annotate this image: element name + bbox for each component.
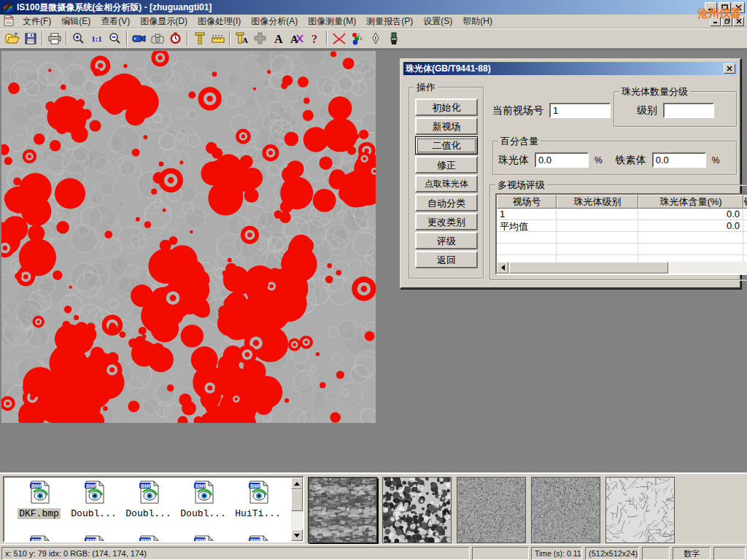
bmp-file-icon: BMP: [192, 496, 215, 506]
scroll-down-icon[interactable]: [291, 529, 303, 541]
file-item[interactable]: BMP: [12, 535, 66, 542]
ferrite-percent-input[interactable]: [652, 152, 706, 168]
timer-icon[interactable]: [166, 30, 185, 47]
metallographic-image[interactable]: [1, 51, 376, 423]
menu-item-image-processing[interactable]: 图像处理(I): [193, 14, 246, 29]
mdi-close-button[interactable]: [733, 17, 744, 26]
file-item[interactable]: BMP: [66, 535, 121, 542]
text-style-icon[interactable]: A: [287, 30, 306, 47]
svg-text:BMP: BMP: [141, 538, 152, 542]
file-name[interactable]: Doubl...: [69, 508, 117, 519]
change-class-button[interactable]: 更改类别: [415, 213, 478, 230]
minimize-button[interactable]: [705, 2, 717, 13]
table-hscrollbar[interactable]: [497, 262, 747, 273]
file-item[interactable]: BMP: [121, 535, 176, 542]
actual-size-icon[interactable]: 1:1: [88, 30, 106, 47]
text-icon[interactable]: A: [269, 30, 287, 47]
thumbnail-strip: [308, 477, 675, 543]
help-icon[interactable]: ?: [306, 30, 324, 47]
level-input[interactable]: [663, 103, 714, 118]
hscroll-thumb[interactable]: [509, 262, 668, 273]
open-icon[interactable]: [3, 30, 21, 47]
col-pearlite-level[interactable]: 珠光体级别: [557, 195, 638, 209]
pearlite-percent-input[interactable]: [535, 152, 589, 168]
thumbnail-1[interactable]: [308, 477, 377, 543]
menu-item-file[interactable]: 文件(F): [18, 14, 56, 29]
menu-item-help[interactable]: 帮助(H): [457, 14, 498, 29]
multifield-group: 多视场评级 视场号 珠光体级别 珠光体含量(%) 铁素体含量(%) 1 0.0: [489, 179, 747, 281]
multifield-table[interactable]: 视场号 珠光体级别 珠光体含量(%) 铁素体含量(%) 1 0.0 平均值: [495, 193, 747, 275]
menu-item-view[interactable]: 查看(V): [96, 14, 135, 29]
dialog-close-icon[interactable]: [724, 63, 735, 74]
camera-icon[interactable]: [148, 30, 166, 47]
mdi-minimize-button[interactable]: [710, 17, 721, 26]
file-name[interactable]: HuiTi...: [233, 508, 282, 519]
zoom-out-icon[interactable]: [106, 30, 124, 47]
scroll-left-icon[interactable]: [497, 262, 508, 273]
file-browser[interactable]: BMP DKF.bmp BMP Doubl...: [3, 476, 304, 542]
file-item[interactable]: BMP Doubl...: [121, 481, 176, 519]
menu-item-image-measure[interactable]: 图像测量(M): [303, 14, 361, 29]
pen-icon[interactable]: [366, 30, 384, 47]
file-item[interactable]: BMP Doubl...: [66, 481, 121, 519]
file-item[interactable]: BMP DKF.bmp: [12, 481, 66, 519]
title-bar: IS100显微摄像系统(金相分析版) - [zhuguangti01]: [0, 0, 747, 15]
print-icon[interactable]: [45, 30, 63, 47]
ferrite-unit: %: [712, 155, 720, 166]
thumbnail-3[interactable]: [457, 477, 526, 543]
mdi-restore-button[interactable]: [721, 17, 732, 26]
new-field-button[interactable]: 新视场: [415, 117, 478, 135]
svg-text:BMP: BMP: [141, 483, 152, 489]
svg-text:BMP: BMP: [31, 538, 43, 542]
menu-item-edit[interactable]: 编辑(E): [56, 14, 96, 29]
file-item[interactable]: BMP Doubl...: [176, 481, 231, 519]
svg-text:BMP: BMP: [31, 483, 43, 489]
col-pearlite-content[interactable]: 珠光体含量(%): [638, 195, 743, 209]
file-name[interactable]: DKF.bmp: [18, 508, 61, 519]
file-item[interactable]: BMP HuiTi...: [231, 481, 285, 519]
file-item[interactable]: BMP: [231, 535, 285, 542]
correct-button[interactable]: 修正: [415, 156, 478, 174]
menu-item-image-analysis[interactable]: 图像分析(A): [246, 14, 303, 29]
file-vscrollbar[interactable]: [291, 478, 303, 541]
merge-plus-icon[interactable]: [251, 30, 269, 47]
return-button[interactable]: 返回: [415, 251, 478, 268]
current-field-input[interactable]: [549, 103, 611, 118]
document-icon[interactable]: DOC: [3, 15, 15, 28]
save-icon[interactable]: [21, 30, 39, 47]
menu-item-image-display[interactable]: 图像显示(D): [135, 14, 193, 29]
curve-tool-icon[interactable]: [330, 30, 348, 47]
menu-item-settings[interactable]: 设置(S): [418, 14, 457, 29]
init-button[interactable]: 初始化: [415, 98, 478, 116]
close-button[interactable]: [732, 2, 745, 13]
file-name[interactable]: Doubl...: [179, 508, 227, 519]
menu-bar: DOC 文件(F) 编辑(E) 查看(V) 图像显示(D) 图像处理(I) 图像…: [0, 15, 747, 28]
percent-group: 百分含量 珠光体 % 铁素体 %: [492, 135, 738, 176]
zoom-in-icon[interactable]: [69, 30, 88, 47]
measure-text-icon[interactable]: A: [233, 30, 251, 47]
maximize-button[interactable]: [719, 2, 731, 13]
svg-text:BMP: BMP: [86, 538, 98, 542]
thumbnail-4[interactable]: [531, 477, 600, 543]
window-title: IS100显微摄像系统(金相分析版) - [zhuguangti01]: [17, 1, 703, 14]
pick-pearlite-button[interactable]: 点取珠光体: [415, 175, 478, 192]
file-item[interactable]: BMP: [176, 535, 231, 542]
vscroll-thumb[interactable]: [291, 489, 303, 511]
ruler-horizontal-icon[interactable]: [209, 30, 227, 47]
video-camera-icon[interactable]: [130, 30, 148, 47]
auto-classify-button[interactable]: 自动分类: [415, 194, 478, 211]
table-row: 平均值 0.0: [497, 220, 747, 232]
thumbnail-2[interactable]: [382, 477, 452, 543]
col-ferrite-content[interactable]: 铁素体含量(%): [743, 195, 747, 209]
file-name[interactable]: Doubl...: [124, 508, 172, 519]
menu-item-measure-report[interactable]: 测量报告(P): [361, 14, 418, 29]
rate-button[interactable]: 评级: [415, 232, 478, 249]
scroll-up-icon[interactable]: [291, 478, 303, 489]
binarize-button[interactable]: 二值化: [415, 136, 478, 155]
color-markers-icon[interactable]: 13: [348, 30, 366, 47]
caliper-vertical-icon[interactable]: [190, 30, 209, 47]
svg-text:BMP: BMP: [250, 538, 262, 542]
col-field-no[interactable]: 视场号: [497, 195, 557, 209]
thumbnail-5[interactable]: [605, 477, 675, 543]
brush-icon[interactable]: [384, 30, 403, 47]
